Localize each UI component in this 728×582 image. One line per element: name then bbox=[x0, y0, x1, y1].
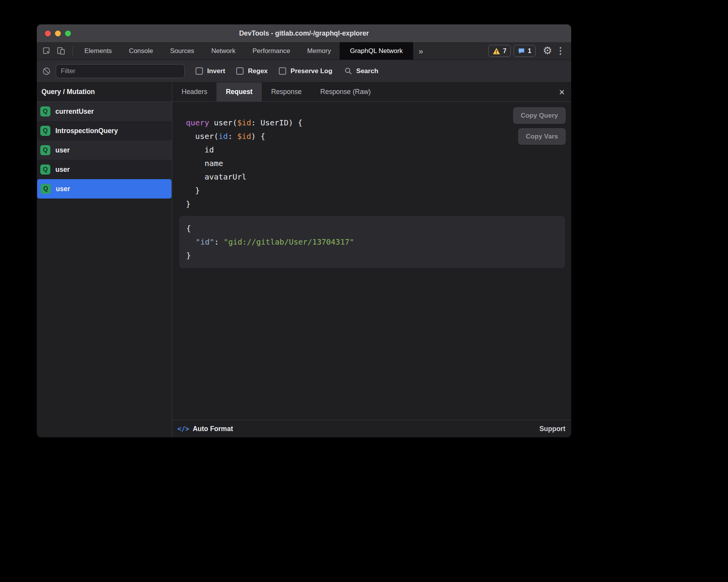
code-token: user( bbox=[214, 118, 237, 127]
panel-footer: </> Auto Format Support bbox=[172, 420, 571, 437]
code-token: : bbox=[228, 132, 237, 141]
warnings-badge[interactable]: 7 bbox=[488, 45, 511, 57]
warning-icon bbox=[493, 48, 500, 55]
code-token: name bbox=[186, 159, 223, 168]
close-window-button[interactable] bbox=[45, 31, 51, 36]
tab-network[interactable]: Network bbox=[203, 42, 244, 60]
code-token: $id bbox=[237, 118, 251, 127]
message-bubble-icon bbox=[518, 47, 525, 55]
checkbox-label: Preserve Log bbox=[290, 67, 332, 75]
code-icon: </> bbox=[177, 425, 189, 433]
detail-tab-response[interactable]: Response bbox=[262, 82, 311, 101]
detail-tab-headers[interactable]: Headers bbox=[172, 82, 216, 101]
devtools-window: DevTools - gitlab.com/-/graphql-explorer… bbox=[37, 24, 571, 437]
close-icon[interactable]: ✕ bbox=[559, 82, 565, 102]
code-token: { bbox=[186, 224, 191, 233]
code-token: } bbox=[186, 251, 191, 260]
minimize-window-button[interactable] bbox=[55, 31, 61, 36]
code-line: { bbox=[186, 222, 558, 235]
code-token: } bbox=[186, 186, 200, 195]
main-split: Query / Mutation QcurrentUserQIntrospect… bbox=[37, 82, 571, 437]
code-token: : UserID) { bbox=[251, 118, 302, 127]
query-list-item[interactable]: QIntrospectionQuery bbox=[37, 121, 172, 140]
checkbox-invert[interactable]: Invert bbox=[196, 67, 225, 75]
graphql-query-code: query user($id: UserID) { user(id: $id) … bbox=[186, 116, 302, 211]
tab-performance[interactable]: Performance bbox=[244, 42, 299, 60]
copy-query-button[interactable]: Copy Query bbox=[513, 107, 566, 124]
checkbox-preserve-log[interactable]: Preserve Log bbox=[279, 67, 332, 75]
code-line: } bbox=[186, 184, 302, 197]
code-token: $id bbox=[237, 132, 251, 141]
code-token: "gid://gitlab/User/13704317" bbox=[223, 237, 354, 246]
auto-format-button[interactable]: </> Auto Format bbox=[177, 425, 233, 433]
detail-tab-request[interactable]: Request bbox=[216, 82, 262, 101]
filter-input[interactable] bbox=[56, 64, 185, 78]
query-list-item[interactable]: Quser bbox=[37, 160, 172, 179]
divider bbox=[72, 46, 73, 56]
warning-count: 7 bbox=[503, 48, 507, 55]
code-line: user(id: $id) { bbox=[186, 130, 302, 143]
search-toggle[interactable]: Search bbox=[344, 67, 378, 75]
detail-tab-response-raw[interactable]: Response (Raw) bbox=[311, 82, 380, 101]
code-line: name bbox=[186, 157, 302, 170]
checkbox-box-icon[interactable] bbox=[236, 67, 244, 75]
code-token: user( bbox=[186, 132, 218, 141]
more-tabs-icon[interactable]: » bbox=[413, 42, 429, 60]
more-options-icon[interactable]: ⋮ bbox=[556, 46, 565, 55]
tabbar-spacer bbox=[429, 42, 488, 60]
devtools-tabs: ElementsConsoleSourcesNetworkPerformance… bbox=[76, 42, 413, 60]
tabbar-icons bbox=[37, 42, 69, 60]
code-line: "id": "gid://gitlab/User/13704317" bbox=[186, 235, 558, 249]
query-variables-code: { "id": "gid://gitlab/User/13704317"} bbox=[186, 222, 558, 262]
query-type-icon: Q bbox=[41, 184, 51, 194]
tab-graphql-network[interactable]: GraphQL Network bbox=[340, 42, 413, 60]
search-icon bbox=[344, 67, 352, 75]
device-toolbar-icon[interactable] bbox=[57, 46, 65, 55]
tab-elements[interactable]: Elements bbox=[76, 42, 120, 60]
checkbox-box-icon[interactable] bbox=[196, 67, 203, 75]
query-type-icon: Q bbox=[40, 106, 50, 116]
query-type-icon: Q bbox=[40, 164, 50, 175]
query-type-icon: Q bbox=[40, 126, 50, 136]
clear-icon[interactable] bbox=[42, 67, 51, 75]
code-token: : bbox=[214, 237, 223, 246]
search-label: Search bbox=[356, 67, 378, 75]
query-list-item[interactable]: Quser bbox=[37, 140, 172, 160]
query-list-item[interactable]: Quser bbox=[37, 179, 172, 199]
detail-tabs: HeadersRequestResponseResponse (Raw) bbox=[172, 82, 380, 101]
query-name: IntrospectionQuery bbox=[55, 127, 118, 135]
toolbar-checkboxes: InvertRegexPreserve Log bbox=[196, 67, 332, 75]
query-list-item[interactable]: QcurrentUser bbox=[37, 102, 172, 121]
code-token: id bbox=[186, 145, 214, 154]
checkbox-box-icon[interactable] bbox=[279, 67, 286, 75]
auto-format-label: Auto Format bbox=[193, 425, 233, 433]
filter-toolbar: InvertRegexPreserve Log Search bbox=[37, 60, 571, 82]
tab-memory[interactable]: Memory bbox=[299, 42, 339, 60]
titlebar: DevTools - gitlab.com/-/graphql-explorer bbox=[37, 24, 571, 42]
query-name: user bbox=[56, 185, 70, 193]
window-title: DevTools - gitlab.com/-/graphql-explorer bbox=[37, 29, 571, 38]
code-token: query bbox=[186, 118, 214, 127]
tab-sources[interactable]: Sources bbox=[161, 42, 203, 60]
code-token: } bbox=[186, 199, 191, 209]
code-line: id bbox=[186, 143, 302, 157]
code-line: avatarUrl bbox=[186, 170, 302, 184]
tab-console[interactable]: Console bbox=[120, 42, 161, 60]
query-list-header: Query / Mutation bbox=[37, 82, 172, 102]
checkbox-label: Regex bbox=[248, 67, 268, 75]
code-token: id bbox=[218, 132, 228, 141]
inspect-element-icon[interactable] bbox=[42, 46, 51, 55]
devtools-tabbar: ElementsConsoleSourcesNetworkPerformance… bbox=[37, 42, 571, 60]
code-token: ) { bbox=[251, 132, 265, 141]
query-list-panel: Query / Mutation QcurrentUserQIntrospect… bbox=[37, 82, 172, 437]
zoom-window-button[interactable] bbox=[65, 31, 71, 36]
issues-badge[interactable]: 1 bbox=[513, 45, 536, 57]
copy-vars-button[interactable]: Copy Vars bbox=[518, 128, 566, 145]
checkbox-regex[interactable]: Regex bbox=[236, 67, 268, 75]
code-line: } bbox=[186, 249, 558, 262]
code-token: "id" bbox=[196, 237, 214, 246]
settings-gear-icon[interactable]: ⚙ bbox=[543, 46, 552, 56]
code-token bbox=[186, 237, 196, 246]
support-link[interactable]: Support bbox=[539, 425, 565, 433]
query-type-icon: Q bbox=[40, 145, 50, 155]
